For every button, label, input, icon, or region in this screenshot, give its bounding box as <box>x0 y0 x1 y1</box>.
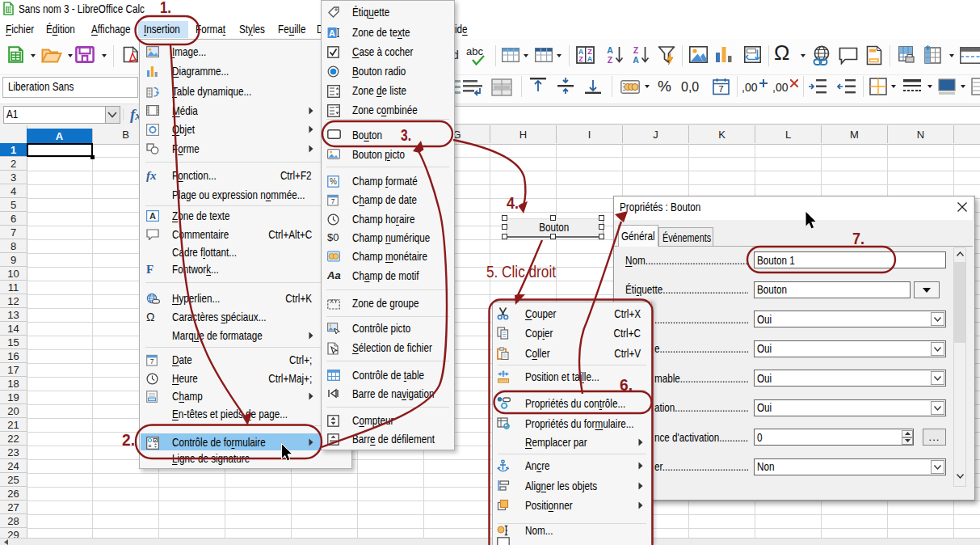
svg-text:1.: 1. <box>160 0 171 16</box>
svg-text:6.: 6. <box>620 376 633 394</box>
svg-text:7.: 7. <box>852 230 864 247</box>
svg-text:5. Clic droit: 5. Clic droit <box>486 263 556 281</box>
svg-text:2.: 2. <box>122 431 135 449</box>
svg-text:4.: 4. <box>507 194 519 212</box>
svg-text:3.: 3. <box>401 126 411 144</box>
